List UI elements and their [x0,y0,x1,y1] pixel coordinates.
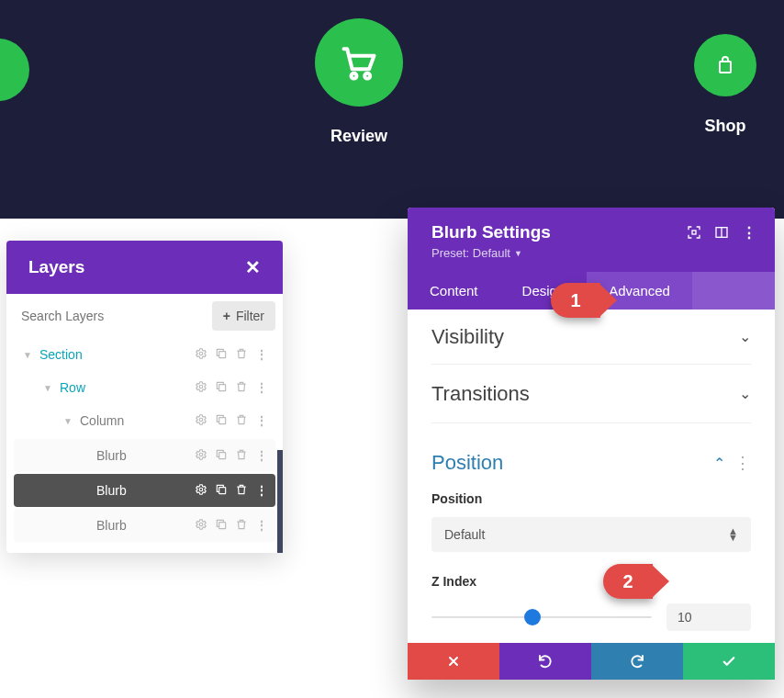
tree-node-blurb-active[interactable]: Blurb ⋮ [14,474,275,507]
settings-panel: Blurb Settings ⋮ Preset: Default ▼ Conte… [408,208,775,680]
caret-down-icon[interactable]: ▼ [39,383,56,393]
gear-icon[interactable] [195,518,207,531]
duplicate-icon[interactable] [215,518,228,531]
confirm-button[interactable] [683,643,775,680]
duplicate-icon[interactable] [215,448,228,461]
layers-panel: Layers ✕ + Filter ▼ Section ⋮ ▼ Row [6,241,283,553]
caret-down-icon: ▼ [514,249,522,258]
cart-icon [315,18,403,107]
section-label: Transitions [431,382,530,406]
more-icon[interactable]: ⋮ [734,458,751,467]
close-icon[interactable]: ✕ [245,256,261,278]
focus-icon[interactable] [687,225,701,240]
chevron-up-icon: ⌃ [713,455,725,472]
more-icon[interactable]: ⋮ [742,224,756,242]
filter-button[interactable]: + Filter [212,301,275,331]
hero-item-shop[interactable]: Shop [694,34,756,136]
gear-icon[interactable] [195,448,207,461]
section-position[interactable]: Position ⌃ ⋮ [431,423,751,488]
gear-icon[interactable] [195,380,207,393]
svg-point-0 [352,73,357,79]
node-actions: ⋮ [195,347,275,362]
layers-tree: ▼ Section ⋮ ▼ Row ⋮ ▼ Column [6,338,283,553]
tree-node-blurb[interactable]: Blurb ⋮ [14,439,275,472]
duplicate-icon[interactable] [215,380,228,393]
layers-search-row: + Filter [6,294,283,338]
node-actions: ⋮ [195,448,275,463]
tree-node-row[interactable]: ▼ Row ⋮ [14,371,275,404]
trash-icon[interactable] [235,518,248,531]
more-icon[interactable]: ⋮ [255,380,268,395]
layers-scrollbar[interactable] [277,450,283,553]
zindex-field-label: Z Index [431,574,751,589]
section-label: Position [431,451,503,475]
node-actions: ⋮ [195,483,275,498]
gear-icon[interactable] [195,483,207,496]
trash-icon[interactable] [235,448,248,461]
tree-node-section[interactable]: ▼ Section ⋮ [14,338,275,371]
svg-rect-8 [219,418,226,424]
svg-rect-12 [219,488,226,494]
hero-item-review[interactable]: Review [315,18,403,146]
duplicate-icon[interactable] [215,483,228,496]
more-icon[interactable]: ⋮ [255,347,268,362]
delete-button[interactable] [408,643,499,680]
trash-icon[interactable] [235,483,248,496]
section-transitions[interactable]: Transitions ⌄ [431,365,751,423]
layers-title: Layers [28,257,84,277]
gear-icon[interactable] [195,413,207,426]
header-icons: ⋮ [687,224,756,242]
trash-icon[interactable] [235,347,248,360]
svg-point-5 [199,385,203,388]
trash-icon[interactable] [235,380,248,393]
caret-down-icon[interactable]: ▼ [60,416,76,426]
search-input[interactable] [21,301,205,331]
tree-label: Blurb [87,518,195,533]
undo-button[interactable] [499,643,591,680]
callout-1: 1 [551,283,600,318]
zindex-slider[interactable] [431,612,652,623]
tab-spacer [692,272,775,310]
svg-rect-10 [219,453,226,459]
section-label: Visibility [431,325,504,349]
svg-point-11 [199,488,203,491]
preset-dropdown[interactable]: Preset: Default ▼ [431,246,522,260]
svg-rect-15 [692,231,696,234]
filter-label: Filter [236,309,264,323]
trash-icon[interactable] [235,413,248,426]
more-icon[interactable]: ⋮ [255,448,268,463]
svg-point-13 [199,523,203,526]
svg-point-7 [199,418,203,422]
columns-icon[interactable] [714,225,729,240]
svg-point-3 [199,352,203,355]
tree-label: Column [76,413,195,428]
more-icon[interactable]: ⋮ [255,483,268,498]
position-value: Default [444,527,485,542]
position-select[interactable]: Default ▲▼ [431,517,751,552]
preset-label: Preset: Default [431,246,510,260]
tree-label: Blurb [87,483,195,498]
more-icon[interactable]: ⋮ [255,518,268,533]
duplicate-icon[interactable] [215,347,228,360]
tree-node-blurb[interactable]: Blurb ⋮ [14,509,275,542]
zindex-row [431,603,751,631]
svg-point-9 [199,453,203,456]
svg-rect-14 [219,523,226,529]
caret-down-icon[interactable]: ▼ [19,350,36,360]
more-icon[interactable]: ⋮ [255,413,268,428]
chevron-down-icon: ⌄ [739,385,751,402]
zindex-input[interactable] [666,603,751,631]
settings-body: Visibility ⌄ Transitions ⌄ Position ⌃ ⋮ … [408,310,775,643]
tree-label: Row [56,380,195,395]
slider-thumb[interactable] [524,609,541,625]
gear-icon[interactable] [195,347,207,360]
duplicate-icon[interactable] [215,413,228,426]
redo-button[interactable] [591,643,683,680]
node-actions: ⋮ [195,380,275,395]
hero-shop-label: Shop [705,117,746,136]
tab-content[interactable]: Content [408,272,500,310]
section-visibility[interactable]: Visibility ⌄ [431,310,751,365]
tree-node-column[interactable]: ▼ Column ⋮ [14,404,275,437]
slider-track [431,616,652,618]
node-actions: ⋮ [195,518,275,533]
